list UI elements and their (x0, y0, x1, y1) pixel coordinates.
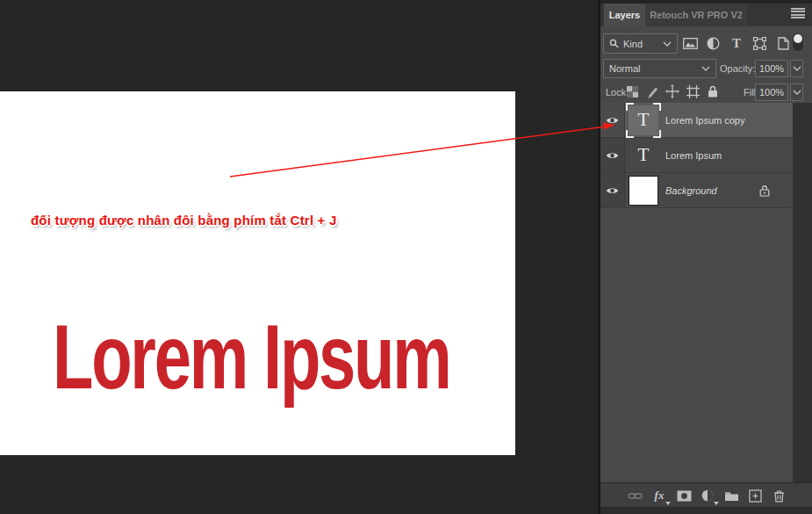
layers-footer-toolbar: fx (600, 482, 812, 507)
eye-toggle[interactable] (600, 138, 625, 172)
layer-thumbnail[interactable] (629, 176, 658, 206)
artboard-icon (686, 85, 700, 98)
lock-artboard-button[interactable] (684, 83, 701, 100)
eye-icon (606, 151, 619, 160)
layers-panel: Layers Retouch VR PRO V2 Kind T (600, 0, 812, 514)
lock-all-button[interactable] (704, 83, 722, 100)
filter-toggle[interactable] (793, 33, 803, 51)
pixel-filter-button[interactable] (681, 34, 699, 52)
new-layer-icon (749, 489, 762, 503)
brush-icon (646, 85, 659, 98)
adjustment-circle-icon (701, 489, 714, 502)
smart-object-filter-button[interactable] (774, 34, 792, 52)
photoshop-workspace: đối tượng được nhân đôi bằng phím tắt Ct… (0, 0, 812, 514)
eye-icon (606, 116, 619, 125)
background-lock-icon (759, 185, 770, 199)
filter-icon-bar: T (681, 34, 792, 52)
trash-icon (773, 489, 785, 503)
fill-value-text: 100% (759, 87, 784, 98)
lock-transparent-pixels-button[interactable] (623, 83, 641, 100)
layer-row-background[interactable]: Background (600, 173, 793, 208)
filter-toggle-knob (794, 34, 802, 43)
padlock-icon (708, 85, 718, 98)
fx-dropdown-arrow (665, 502, 671, 505)
adjustment-dropdown-arrow (714, 502, 719, 505)
eye-toggle[interactable] (600, 173, 625, 207)
link-icon (628, 492, 643, 500)
layer-thumbnail[interactable]: T (629, 105, 658, 135)
text-layer-thumb: T (629, 141, 658, 170)
chevron-down-icon (663, 41, 672, 47)
panel-bottom-strip (600, 507, 812, 514)
layer-styles-button[interactable]: fx (651, 489, 667, 503)
panel-scroll-gutter (793, 103, 812, 482)
opacity-dropdown-button[interactable] (790, 60, 803, 77)
panel-menu-icon[interactable] (791, 8, 805, 18)
tab-retouch-label: Retouch VR PRO V2 (650, 10, 743, 20)
lock-image-pixels-button[interactable] (643, 83, 661, 100)
opacity-value[interactable]: 100% (755, 60, 788, 77)
panel-header: Layers Retouch VR PRO V2 (600, 0, 812, 26)
kind-filter-dropdown[interactable]: Kind (603, 33, 678, 54)
layer-row-lorem-ipsum[interactable]: T Lorem Ipsum (600, 138, 793, 173)
move-icon (665, 84, 679, 98)
annotation-text: đối tượng được nhân đôi bằng phím tắt Ct… (31, 213, 337, 228)
layer-name: Lorem Ipsum copy (665, 115, 744, 126)
layer-thumbnail[interactable]: T (629, 141, 658, 170)
eye-icon (606, 186, 619, 195)
chevron-down-icon (793, 90, 801, 95)
fill-value[interactable]: 100% (755, 83, 788, 101)
blend-mode-value: Normal (609, 63, 640, 74)
chevron-down-icon (793, 66, 801, 71)
layer-name: Lorem Ipsum (665, 150, 722, 161)
type-icon: T (732, 37, 741, 50)
background-layer-thumb (629, 176, 658, 206)
kind-filter-label: Kind (623, 39, 643, 49)
tab-layers-label: Layers (609, 10, 640, 20)
layer-mask-icon (677, 490, 692, 502)
layer-list: T Lorem Ipsum copy T Lorem Ipsum (600, 103, 793, 482)
lock-position-button[interactable] (664, 83, 681, 100)
delete-layer-button[interactable] (771, 489, 787, 503)
fill-dropdown-button[interactable] (790, 83, 803, 101)
opacity-value-text: 100% (759, 63, 784, 74)
blend-mode-select[interactable]: Normal (603, 59, 716, 78)
checkerboard-icon (627, 86, 638, 98)
shape-icon (753, 37, 766, 50)
lock-icon-bar (623, 83, 722, 100)
half-circle-icon (707, 37, 720, 50)
eye-toggle[interactable] (600, 103, 625, 137)
new-layer-button[interactable] (747, 489, 763, 503)
add-layer-mask-button[interactable] (676, 489, 692, 503)
layer-row-lorem-ipsum-copy[interactable]: T Lorem Ipsum copy (600, 103, 793, 138)
search-icon (609, 39, 619, 48)
link-layers-button[interactable] (627, 489, 643, 503)
chevron-down-icon (701, 66, 710, 71)
adjustment-filter-button[interactable] (705, 34, 722, 52)
new-adjustment-layer-button[interactable] (700, 489, 715, 503)
smart-object-icon (778, 37, 789, 50)
folder-icon (724, 490, 739, 502)
shape-filter-button[interactable] (751, 34, 769, 52)
document-canvas[interactable]: đối tượng được nhân đôi bằng phím tắt Ct… (0, 91, 515, 455)
fx-icon: fx (655, 489, 665, 503)
new-group-button[interactable] (723, 489, 739, 503)
layer-name: Background (665, 185, 717, 196)
opacity-label: Opacity: (720, 63, 755, 74)
type-filter-button[interactable]: T (728, 34, 745, 52)
tab-layers[interactable]: Layers (604, 4, 645, 26)
headline-text: Lorem Ipsum (53, 311, 450, 402)
image-icon (683, 38, 698, 49)
tab-retouch-vr-pro[interactable]: Retouch VR PRO V2 (645, 4, 747, 26)
